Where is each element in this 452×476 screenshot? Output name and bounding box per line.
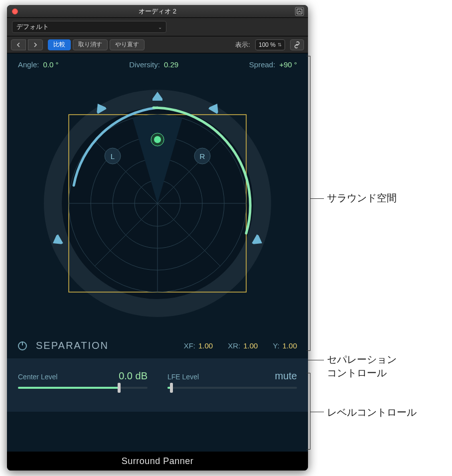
angle-label: Angle: — [18, 60, 39, 69]
callout-tick — [306, 373, 310, 373]
zoom-select[interactable]: 100 % ⇅ — [255, 39, 285, 50]
toolbar: 比較 取り消す やり直す 表示: 100 % ⇅ — [7, 36, 308, 53]
separation-row: SEPARATION XF: 1.00 XR: 1.00 Y: 1.00 — [18, 340, 297, 358]
center-level-label: Center Level — [18, 373, 57, 381]
window-title: オーディオ 2 — [7, 7, 308, 16]
callout-surround-field: サラウンド空間 — [327, 191, 397, 205]
redo-button[interactable]: やり直す — [110, 39, 145, 50]
preset-row: デフォルト ⌄ — [7, 18, 308, 36]
plugin-body: Angle: 0.0 ° Diversity: 0.29 Spread: +90… — [7, 53, 308, 452]
link-button[interactable] — [290, 39, 304, 50]
spread-label: Spread: — [249, 60, 276, 69]
lfe-level-control: LFE Level mute — [167, 370, 297, 389]
callout-bracket — [310, 56, 310, 351]
xf-value[interactable]: 1.00 — [198, 341, 213, 350]
view-label: 表示: — [235, 40, 250, 49]
svg-text:L: L — [111, 152, 115, 160]
callout-leader — [310, 198, 324, 199]
callout-bracket — [310, 373, 310, 450]
plugin-footer: Surround Panner — [7, 452, 308, 471]
plugin-name: Surround Panner — [122, 456, 194, 467]
separation-title: SEPARATION — [36, 340, 109, 351]
plugin-window: オーディオ 2 デフォルト ⌄ 比較 取り消す やり直す 表示: 100 % ⇅ — [7, 5, 308, 471]
chevron-down-icon: ⌄ — [158, 24, 162, 30]
callout-tick — [306, 449, 310, 450]
y-value[interactable]: 1.00 — [283, 341, 297, 350]
callout-tick — [306, 56, 310, 56]
separation-power-button[interactable] — [18, 341, 27, 350]
center-level-control: Center Level 0.0 dB — [18, 370, 148, 389]
zoom-value: 100 % — [259, 41, 276, 48]
diversity-value[interactable]: 0.29 — [164, 60, 178, 69]
svg-point-16 — [154, 136, 161, 143]
lfe-level-label: LFE Level — [167, 373, 199, 381]
compare-button[interactable]: 比較 — [48, 39, 71, 50]
window-titlebar: オーディオ 2 — [7, 5, 308, 18]
chevron-updown-icon: ⇅ — [278, 42, 282, 47]
center-level-value[interactable]: 0.0 dB — [119, 370, 148, 382]
undo-button[interactable]: 取り消す — [73, 39, 108, 50]
center-level-slider[interactable] — [18, 387, 148, 389]
next-button[interactable] — [28, 39, 43, 50]
lfe-level-slider[interactable] — [167, 387, 297, 389]
callout-separation: セパレーション コントロール — [327, 353, 397, 380]
level-section: Center Level 0.0 dB LFE Level mute — [7, 358, 308, 412]
preset-select[interactable]: デフォルト ⌄ — [12, 21, 166, 33]
prev-button[interactable] — [11, 39, 26, 50]
y-label: Y: — [273, 341, 279, 350]
preset-selected-label: デフォルト — [16, 22, 49, 31]
xr-value[interactable]: 1.00 — [243, 341, 258, 350]
param-readout-row: Angle: 0.0 ° Diversity: 0.29 Spread: +90… — [18, 60, 297, 69]
spread-value[interactable]: +90 ° — [279, 60, 297, 69]
callout-leader — [310, 412, 324, 412]
callout-leader — [308, 360, 324, 360]
diversity-label: Diversity: — [129, 60, 160, 69]
svg-text:R: R — [200, 152, 205, 160]
surround-field[interactable]: L R — [38, 84, 277, 323]
angle-value[interactable]: 0.0 ° — [43, 60, 59, 69]
callout-tick — [306, 350, 310, 351]
xr-label: XR: — [228, 341, 240, 350]
xf-label: XF: — [184, 341, 195, 350]
expand-icon[interactable] — [295, 7, 304, 16]
callout-level: レベルコントロール — [327, 406, 417, 419]
lfe-level-value[interactable]: mute — [275, 370, 297, 382]
